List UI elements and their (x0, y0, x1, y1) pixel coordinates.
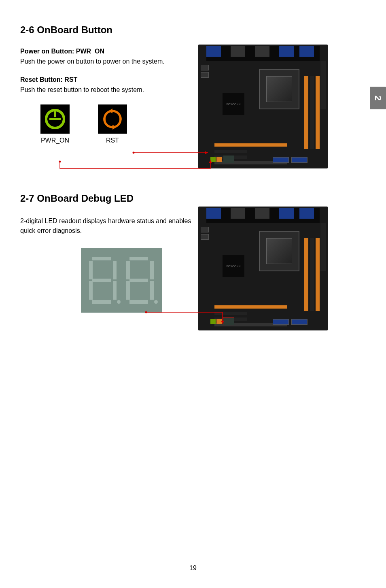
power-on-button-figure: PWR_ON (40, 104, 70, 144)
power-on-icon (40, 104, 70, 134)
reset-icon (98, 104, 127, 134)
page-number: 19 (0, 565, 386, 572)
reset-button-figure: RST (98, 104, 127, 144)
text-column: Power on Button: PWR_ON Push the power o… (20, 48, 194, 95)
motherboard-image-1: FOXCONN (198, 45, 328, 168)
chapter-tab: 2 (370, 87, 386, 109)
chapter-tab-label: 2 (373, 96, 383, 100)
reset-description: Push the reset button to reboot the syst… (20, 85, 194, 95)
led-digit-2 (125, 256, 155, 305)
motherboard-image-2: FOXCONN (198, 207, 328, 330)
svg-point-12 (59, 161, 61, 163)
reset-label: RST (106, 137, 119, 144)
section-heading: 2-7 OnBoard Debug LED (20, 193, 366, 204)
section-heading: 2-6 OnBoard Button (20, 24, 366, 36)
debug-led-figure (81, 248, 162, 313)
svg-point-10 (133, 152, 135, 154)
reset-subheading: Reset Button: RST (20, 76, 194, 83)
power-on-description: Push the power on button to power on the… (20, 57, 194, 66)
power-on-label: PWR_ON (41, 137, 69, 144)
led-digit-1 (88, 256, 117, 305)
debug-led-description: 2-digital LED readout displays hardware … (20, 216, 194, 236)
power-on-subheading: Power on Button: PWR_ON (20, 48, 194, 55)
